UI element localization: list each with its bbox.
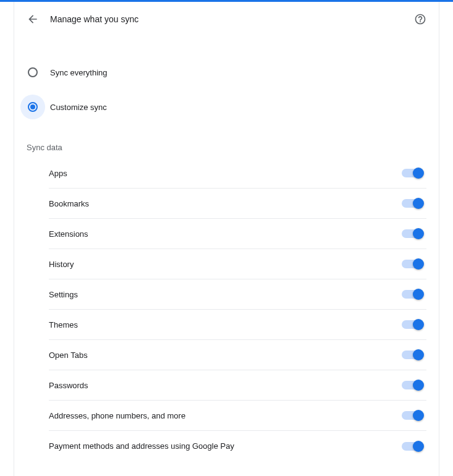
radio-customize-sync[interactable]: Customize sync (27, 90, 426, 124)
toggle-history[interactable] (402, 260, 423, 268)
toggle-passwords[interactable] (402, 381, 423, 389)
settings-panel: Manage what you sync Sync everything Cus… (14, 2, 439, 476)
toggle-extensions[interactable] (402, 229, 423, 238)
toggle-bookmarks[interactable] (402, 199, 423, 208)
sync-data-heading: Sync data (27, 133, 426, 158)
radio-indicator (20, 95, 45, 119)
radio-sync-everything[interactable]: Sync everything (27, 55, 426, 90)
toggle-settings[interactable] (402, 290, 423, 299)
arrow-left-icon (27, 13, 39, 25)
toggle-open-tabs[interactable] (402, 351, 423, 359)
page-title: Manage what you sync (50, 14, 138, 24)
list-item: Themes (49, 310, 426, 340)
toggle-label-open-tabs: Open Tabs (49, 351, 402, 360)
list-item: Passwords (49, 370, 426, 401)
list-item: Settings (49, 279, 426, 310)
toggle-label-settings: Settings (49, 290, 402, 299)
toggle-label-payment: Payment methods and addresses using Goog… (49, 441, 402, 451)
toggle-payment[interactable] (402, 442, 423, 451)
toggle-addresses[interactable] (402, 411, 423, 420)
help-button[interactable] (414, 13, 426, 25)
list-item: History (49, 249, 426, 279)
toggle-label-themes: Themes (49, 320, 402, 329)
radio-indicator (20, 60, 45, 85)
toggle-label-extensions: Extensions (49, 229, 402, 239)
list-item: Apps (49, 158, 426, 189)
list-item: Bookmarks (49, 189, 426, 219)
list-item: Addresses, phone numbers, and more (49, 401, 426, 431)
toggle-label-history: History (49, 260, 402, 269)
toggle-label-bookmarks: Bookmarks (49, 199, 402, 208)
list-item: Extensions (49, 219, 426, 249)
toggle-label-apps: Apps (49, 169, 402, 178)
help-icon (414, 13, 426, 25)
sync-mode-radio-group: Sync everything Customize sync (27, 36, 426, 133)
toggle-themes[interactable] (402, 320, 423, 329)
list-item: Payment methods and addresses using Goog… (49, 431, 426, 461)
toggle-label-passwords: Passwords (49, 381, 402, 390)
page-header: Manage what you sync (27, 2, 426, 36)
radio-label: Sync everything (50, 68, 108, 77)
toggle-label-addresses: Addresses, phone numbers, and more (49, 411, 402, 420)
toggle-apps[interactable] (402, 169, 423, 177)
sync-data-list: Apps Bookmarks Extensions History Settin… (27, 158, 426, 461)
list-item: Open Tabs (49, 340, 426, 370)
back-button[interactable] (27, 13, 39, 25)
radio-label: Customize sync (50, 103, 107, 112)
